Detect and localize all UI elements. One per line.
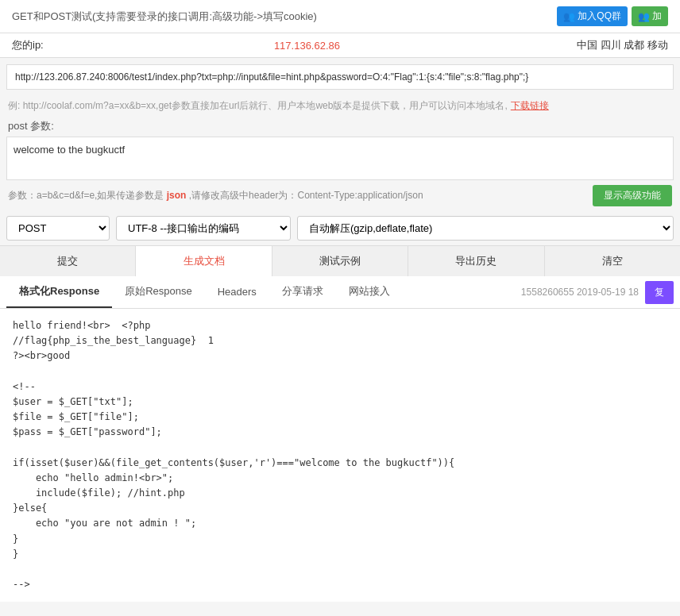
timestamp-display: 1558260655 2019-05-19 18 [521, 287, 639, 298]
url-input-display: http://123.206.87.240:8006/test1/index.p… [6, 64, 674, 90]
params-text2: ,请修改高级中header为：Content-Type:application/… [189, 190, 423, 201]
download-link[interactable]: 下载链接 [511, 99, 549, 113]
generate-doc-button[interactable]: 生成文档 [136, 246, 272, 276]
qq-group-button1[interactable]: 👥 加入QQ群 [557, 6, 628, 26]
ip-row: 您的ip: 117.136.62.86 中国 四川 成都 移动 [0, 33, 680, 58]
header-title: GET和POST测试(支持需要登录的接口调用:高级功能->填写cookie) [12, 10, 317, 24]
ip-label: 您的ip: [12, 38, 44, 52]
params-text1: 参数：a=b&c=d&f=e,如果传递参数是 [8, 190, 164, 201]
ip-location: 中国 四川 成都 移动 [577, 38, 668, 52]
tab-headers[interactable]: Headers [205, 278, 269, 307]
qq-btn1-label: 加入QQ群 [578, 10, 621, 23]
response-content: hello friend!<br> <?php //flag{php_is_th… [0, 309, 680, 602]
qq-buttons-container: 👥 加入QQ群 👥 加 [557, 6, 668, 26]
qq-icon1: 👥 [563, 11, 575, 22]
tab-site-access[interactable]: 网站接入 [336, 276, 403, 308]
qq-btn2-label: 加 [652, 10, 662, 23]
ip-value: 117.136.62.86 [274, 40, 340, 52]
post-label: post 参数: [0, 116, 680, 137]
copy-button[interactable]: 复 [645, 281, 674, 304]
post-params-area[interactable]: welcome to the bugkuctf [6, 137, 674, 180]
tab-raw-response[interactable]: 原始Response [112, 276, 205, 308]
submit-button[interactable]: 提交 [0, 246, 136, 276]
clear-button[interactable]: 清空 [545, 246, 680, 276]
tab-formatted-response[interactable]: 格式化Response [6, 276, 112, 308]
url-value: http://123.206.87.240:8006/test1/index.p… [15, 71, 528, 83]
hint-text: 例: http://coolaf.com/m?a=xx&b=xx,get参数直接… [8, 99, 508, 113]
method-select[interactable]: POST GET [6, 216, 110, 241]
qq-icon2: 👥 [638, 11, 650, 22]
tabs-row: 格式化Response 原始Response Headers 分享请求 网站接入… [0, 276, 680, 309]
tab-share-request[interactable]: 分享请求 [269, 276, 336, 308]
post-params-value: welcome to the bugkuctf [14, 144, 125, 156]
qq-group-button2[interactable]: 👥 加 [632, 6, 668, 26]
json-keyword: json [167, 190, 187, 201]
decompress-select[interactable]: 自动解压(gzip,deflate,flate) [297, 216, 674, 241]
show-advanced-button[interactable]: 显示高级功能 [593, 185, 672, 206]
params-hint-row: 参数：a=b&c=d&f=e,如果传递参数是 json ,请修改高级中heade… [0, 180, 680, 211]
params-hint-text: 参数：a=b&c=d&f=e,如果传递参数是 json ,请修改高级中heade… [8, 189, 423, 202]
action-buttons-row: 提交 生成文档 测试示例 导出历史 清空 [0, 245, 680, 276]
encoding-select[interactable]: UTF-8 --接口输出的编码 [116, 216, 291, 241]
select-row: POST GET UTF-8 --接口输出的编码 自动解压(gzip,defla… [0, 211, 680, 245]
test-example-button[interactable]: 测试示例 [272, 246, 408, 276]
hint-row: 例: http://coolaf.com/m?a=xx&b=xx,get参数直接… [0, 96, 680, 116]
top-bar: GET和POST测试(支持需要登录的接口调用:高级功能->填写cookie) 👥… [0, 0, 680, 33]
export-history-button[interactable]: 导出历史 [408, 246, 544, 276]
